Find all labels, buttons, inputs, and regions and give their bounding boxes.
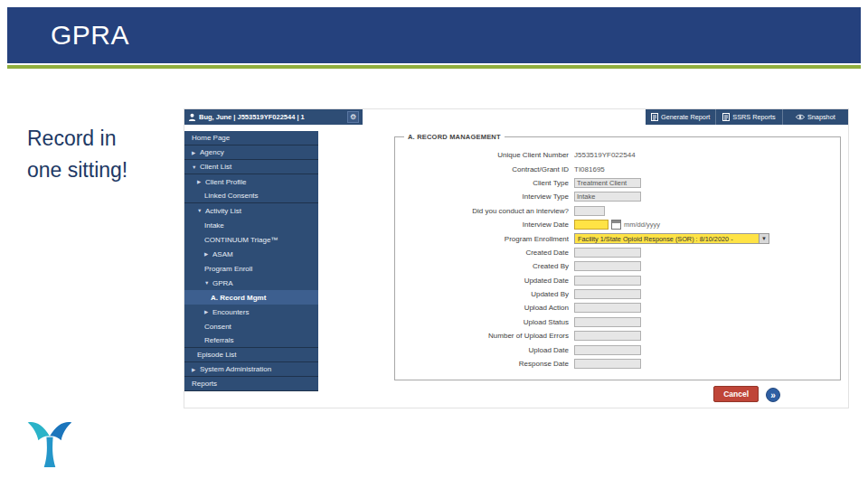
sidebar-item-reports[interactable]: Reports: [184, 377, 318, 391]
report-icon: [722, 113, 730, 121]
field-row-upload-date: Upload Date ▼: [395, 343, 840, 356]
select-value: Facility 1/State Opioid Response (SOR) :…: [575, 235, 759, 243]
sidebar-item-label: A. Record Mgmt: [211, 294, 266, 302]
upload-status-input[interactable]: [574, 317, 641, 327]
upload-date-input[interactable]: [574, 345, 641, 355]
sidebar-item-asam[interactable]: ▶ ASAM: [184, 247, 318, 261]
sidebar-item-label: Activity List: [205, 207, 241, 215]
tree-arrow-icon: ▶: [192, 367, 197, 372]
updated-date-input[interactable]: [574, 276, 641, 286]
field-row-contract-grant-id: Contract/Grant ID TI081695 ▼: [395, 162, 840, 175]
field-label: Number of Upload Errors: [395, 332, 574, 340]
sidebar-item-encounters[interactable]: ▶ Encounters: [184, 305, 318, 319]
sidebar-item-a-record-mgmt[interactable]: A. Record Mgmt: [184, 290, 318, 305]
sidebar-item-intake[interactable]: Intake: [184, 218, 318, 232]
field-row-interview-type: Interview Type Intake ▼: [395, 190, 840, 203]
sidebar-item-label: Consent: [204, 323, 231, 331]
sidebar-item-label: ASAM: [212, 250, 233, 258]
field-label: Unique Client Number: [395, 151, 574, 159]
dropdown-arrow-icon: ▼: [759, 234, 769, 243]
program-enrollment-select[interactable]: Facility 1/State Opioid Response (SOR) :…: [574, 233, 769, 244]
field-label: Updated Date: [395, 277, 574, 285]
field-row-client-type: Client Type Treatment Client ▼: [395, 176, 840, 190]
sidebar-item-label: Reports: [192, 380, 217, 388]
tree-arrow-icon: ▶: [197, 179, 203, 184]
upload-action-input[interactable]: [574, 303, 641, 313]
generate-report-link[interactable]: Generate Report: [646, 109, 715, 125]
fieldset-legend: A. RECORD MANAGEMENT: [404, 133, 505, 141]
field-row-program-enrollment: Program Enrollment Facility 1/State Opio…: [395, 231, 840, 245]
sidebar-item-referrals[interactable]: Referrals: [184, 333, 318, 348]
app-screenshot: Bug, June | J553519YF022544 | 1 ⚙ Genera…: [184, 108, 849, 408]
report-icon: [651, 113, 658, 121]
sidebar-item-system-administration[interactable]: ▶ System Administration: [184, 362, 318, 377]
sidebar-item-agency[interactable]: ▶ Agency: [184, 145, 318, 160]
record-management-fieldset: A. RECORD MANAGEMENT Unique Client Numbe…: [394, 136, 841, 380]
number-of-upload-errors-input[interactable]: [574, 331, 641, 341]
caption-line-1: Record in: [27, 123, 127, 155]
sidebar-item-label: Intake: [204, 221, 224, 230]
calendar-icon[interactable]: [611, 220, 621, 230]
sidebar-item-client-profile[interactable]: ▶ Client Profile: [184, 174, 318, 189]
tree-arrow-icon: ▶: [204, 309, 210, 314]
tree-arrow-icon: ▼: [204, 280, 210, 286]
slide: GPRA Record in one sitting! Bug, June | …: [0, 0, 868, 488]
sidebar-item-label: Linked Consents: [204, 192, 259, 200]
sidebar-item-label: Episode List: [197, 351, 237, 359]
sidebar-item-label: Agency: [200, 148, 224, 156]
sidebar-item-activity-list[interactable]: ▼ Activity List: [184, 203, 318, 218]
accent-divider: [7, 65, 861, 69]
topbar-links: Generate Report SSRS Reports Snapshot: [646, 109, 848, 125]
sidebar-item-consent[interactable]: Consent: [184, 319, 318, 333]
sidebar-item-label: Referrals: [204, 336, 233, 344]
tree-arrow-icon: ▶: [204, 251, 210, 257]
field-label: Upload Action: [395, 304, 574, 312]
field-label: Contract/Grant ID: [395, 165, 574, 174]
user-icon: [188, 113, 196, 121]
snapshot-link[interactable]: Snapshot: [782, 109, 848, 125]
sidebar-item-gpra[interactable]: ▼ GPRA: [184, 276, 318, 290]
caption: Record in one sitting!: [27, 123, 127, 185]
field-static-value: J553519YF022544: [574, 151, 636, 159]
forward-button[interactable]: »: [766, 388, 780, 402]
created-date-input[interactable]: [574, 248, 641, 258]
sidebar-item-continuum-triage[interactable]: CONTINUUM Triage™: [184, 232, 318, 247]
sidebar-item-client-list[interactable]: ▼ Client List: [184, 160, 318, 174]
date-format-hint: mm/dd/yyyy: [624, 221, 660, 229]
sidebar-item-label: Client Profile: [205, 178, 246, 186]
sidebar-item-linked-consents[interactable]: Linked Consents: [184, 189, 318, 203]
sidebar-item-label: CONTINUUM Triage™: [204, 236, 278, 244]
topbar-user-section: Bug, June | J553519YF022544 | 1 ⚙: [184, 109, 363, 125]
created-by-input[interactable]: [574, 261, 641, 271]
field-row-updated-date: Updated Date ▼: [395, 274, 840, 287]
tree-arrow-icon: ▼: [192, 164, 197, 170]
company-logo: [25, 416, 74, 474]
field-row-interview-date: Interview Date mm/dd/yyyy ▼: [395, 218, 840, 231]
sidebar-item-label: Program Enroll: [204, 265, 252, 273]
updated-by-input[interactable]: [574, 289, 641, 299]
did-you-conduct-an-interview-input[interactable]: [574, 206, 605, 216]
sidebar-item-label: Encounters: [212, 308, 249, 316]
field-row-updated-by: Updated By ▼: [395, 287, 840, 301]
sidebar-item-program-enroll[interactable]: Program Enroll: [184, 261, 318, 276]
eye-icon: [796, 114, 805, 120]
sidebar-item-home-page[interactable]: Home Page: [184, 131, 318, 145]
sidebar-item-episode-list[interactable]: Episode List: [184, 348, 318, 362]
tree-arrow-icon: ▼: [197, 208, 203, 213]
field-row-number-of-upload-errors: Number of Upload Errors ▼: [395, 329, 840, 343]
field-label: Response Date: [395, 360, 574, 368]
field-row-response-date: Response Date ▼: [395, 357, 840, 371]
client-type-input[interactable]: Treatment Client: [574, 178, 641, 188]
page-title: GPRA: [51, 20, 129, 51]
sidebar-menu: Home Page ▶ Agency ▼ Client List ▶ Clien…: [184, 131, 318, 391]
cancel-button[interactable]: Cancel: [713, 386, 759, 402]
interview-date-input[interactable]: [574, 220, 609, 230]
field-label: Interview Type: [395, 192, 574, 201]
interview-type-input[interactable]: Intake: [574, 192, 641, 202]
ssrs-reports-link[interactable]: SSRS Reports: [715, 109, 781, 125]
field-row-created-date: Created Date ▼: [395, 246, 840, 259]
response-date-input[interactable]: [574, 359, 641, 369]
field-row-unique-client-number: Unique Client Number J553519YF022544 ▼: [395, 148, 840, 162]
user-context-text: Bug, June | J553519YF022544 | 1: [199, 113, 347, 121]
gear-icon[interactable]: ⚙: [347, 111, 359, 123]
